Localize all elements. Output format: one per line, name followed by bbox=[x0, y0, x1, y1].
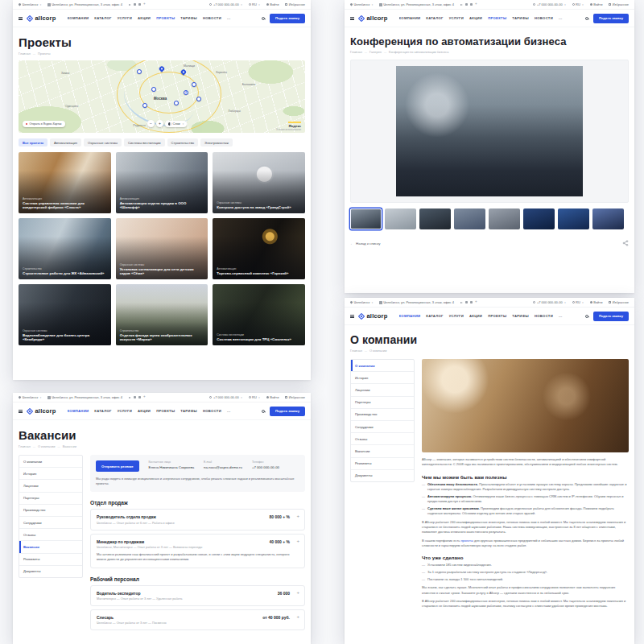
gallery-thumbnail[interactable] bbox=[558, 208, 589, 229]
phone-dropdown[interactable]: +7 000 000-00-00 bbox=[209, 2, 242, 6]
nav-item[interactable]: Компании bbox=[399, 314, 421, 318]
whatsapp-icon[interactable] bbox=[138, 396, 141, 398]
breadcrumb-item[interactable]: Главная bbox=[350, 349, 362, 353]
filter-chip[interactable]: Строительство bbox=[167, 138, 199, 147]
side-menu-item[interactable]: Реквизиты bbox=[351, 458, 414, 470]
phone-dropdown[interactable]: +7 000 000-00-00 bbox=[209, 395, 242, 399]
submit-request-button[interactable]: Подать заявку bbox=[270, 14, 305, 23]
nav-item[interactable]: Проекты bbox=[488, 16, 506, 20]
breadcrumb-item[interactable]: Вакансии bbox=[55, 444, 76, 448]
gallery-thumbnail[interactable] bbox=[385, 208, 416, 229]
side-menu-item[interactable]: Партнеры bbox=[351, 397, 414, 409]
nav-item[interactable]: Новости bbox=[203, 16, 221, 20]
vacancy-row[interactable]: Менеджер по продажам40 000 + %Челябинск,… bbox=[90, 534, 305, 568]
search-icon[interactable] bbox=[585, 315, 588, 318]
nav-item[interactable]: Каталог bbox=[94, 16, 111, 20]
nav-item[interactable]: Новости bbox=[535, 314, 553, 318]
breadcrumb-item[interactable]: Галерея bbox=[362, 50, 382, 54]
side-menu-item[interactable]: Отзывы bbox=[351, 433, 414, 445]
nav-item[interactable]: Каталог bbox=[426, 16, 443, 20]
project-card[interactable]: Охранные системы Контроль доступа на зав… bbox=[213, 152, 305, 213]
nav-item[interactable]: Акции bbox=[469, 16, 482, 20]
more-messengers-icon[interactable]: + bbox=[143, 2, 146, 6]
breadcrumb-item[interactable]: Главная bbox=[19, 52, 31, 56]
favorites-link[interactable]: Избранное bbox=[285, 2, 305, 6]
logo[interactable]: allcorp bbox=[359, 14, 388, 22]
side-menu-item[interactable]: Лицензии bbox=[19, 480, 82, 492]
side-menu-item[interactable]: Производство bbox=[19, 505, 82, 517]
side-menu-item[interactable]: Вакансии bbox=[351, 445, 414, 457]
search-icon[interactable] bbox=[262, 17, 265, 20]
nav-item[interactable]: Акции bbox=[138, 409, 151, 413]
city-selector[interactable]: Челябинск bbox=[350, 2, 373, 6]
viber-icon[interactable] bbox=[465, 301, 468, 303]
phone-value[interactable]: +7 000 000-00-00 bbox=[252, 465, 279, 469]
nav-item[interactable]: Новости bbox=[535, 16, 553, 20]
map-layers-button[interactable]: Слои bbox=[165, 121, 187, 127]
city-selector[interactable]: Челябинск bbox=[19, 395, 41, 399]
side-menu-item[interactable]: История bbox=[351, 372, 414, 384]
gallery-thumbnail[interactable] bbox=[419, 208, 451, 229]
whatsapp-icon[interactable] bbox=[470, 3, 473, 6]
breadcrumb-item[interactable]: О компании bbox=[362, 349, 387, 353]
nav-item[interactable]: Услуги bbox=[449, 16, 464, 20]
nav-item[interactable]: Проекты bbox=[156, 16, 175, 20]
project-card[interactable]: Системы вентиляции Система вентиляции дл… bbox=[213, 284, 305, 345]
favorites-link[interactable]: Избранное bbox=[609, 300, 629, 304]
project-card[interactable]: Охранные системы Видеонаблюдение для биз… bbox=[19, 284, 111, 345]
side-menu-item[interactable]: Документы bbox=[351, 470, 414, 481]
map-project-pin[interactable] bbox=[142, 103, 147, 108]
projects-link[interactable]: проекты bbox=[460, 539, 473, 543]
map-project-pin[interactable]: 2 bbox=[184, 90, 188, 95]
logo[interactable]: allcorp bbox=[27, 407, 56, 415]
nav-item[interactable]: ... bbox=[559, 16, 562, 20]
nav-item[interactable]: Услуги bbox=[449, 314, 464, 318]
submit-request-button[interactable]: Подать заявку bbox=[593, 14, 629, 23]
side-menu-item[interactable]: История bbox=[19, 468, 82, 480]
side-menu-item[interactable]: О компании bbox=[19, 456, 82, 468]
breadcrumb-item[interactable]: Главная bbox=[19, 444, 31, 448]
expand-icon[interactable] bbox=[296, 614, 299, 619]
nav-item[interactable]: ... bbox=[227, 409, 230, 413]
side-menu-item[interactable]: Вакансии bbox=[19, 541, 82, 553]
menu-burger-icon[interactable] bbox=[350, 17, 354, 20]
office-address[interactable]: Челябинск, ул. Революционная, 3 этаж, оф… bbox=[47, 395, 122, 399]
nav-item[interactable]: Тарифы bbox=[512, 314, 529, 318]
nav-item[interactable]: Компании bbox=[399, 16, 421, 20]
logo[interactable]: allcorp bbox=[27, 14, 56, 22]
side-menu-item[interactable]: Сотрудники bbox=[19, 517, 82, 529]
more-messengers-icon[interactable]: + bbox=[475, 300, 477, 304]
viber-icon[interactable] bbox=[134, 3, 136, 6]
gallery-thumbnail[interactable] bbox=[454, 208, 485, 229]
nav-item[interactable]: Акции bbox=[138, 16, 151, 20]
side-menu-item[interactable]: Отзывы bbox=[19, 529, 82, 541]
telegram-icon[interactable] bbox=[129, 397, 131, 398]
side-menu-item[interactable]: Реквизиты bbox=[19, 554, 82, 566]
filter-chip[interactable]: Все проекты bbox=[19, 138, 47, 147]
login-link[interactable]: Войти bbox=[266, 395, 279, 399]
whatsapp-icon[interactable] bbox=[470, 301, 473, 303]
nav-item[interactable]: Компании bbox=[68, 409, 89, 413]
breadcrumb-item[interactable]: Проекты bbox=[31, 52, 51, 56]
gallery-main-photo[interactable] bbox=[396, 66, 583, 196]
city-selector[interactable]: Челябинск bbox=[19, 2, 41, 6]
nav-item[interactable]: Компании bbox=[68, 16, 89, 20]
nav-item[interactable]: Новости bbox=[203, 409, 221, 413]
filter-chip[interactable]: Системы вентиляции bbox=[124, 138, 165, 147]
breadcrumb-item[interactable]: О компании bbox=[31, 444, 56, 448]
menu-burger-icon[interactable] bbox=[19, 410, 23, 413]
vacancy-row[interactable]: Слесарьот 40 000 руб.Челябинск — Опыт ра… bbox=[90, 609, 305, 630]
back-to-list-link[interactable]: Назад к списку bbox=[350, 242, 380, 246]
office-address[interactable]: Челябинск, ул. Революционная, 3 этаж, оф… bbox=[47, 2, 122, 6]
menu-burger-icon[interactable] bbox=[19, 17, 23, 20]
search-icon[interactable] bbox=[585, 17, 588, 20]
office-address[interactable]: Челябинск, ул. Революционная, 3 этаж, оф… bbox=[379, 2, 454, 6]
expand-icon[interactable] bbox=[296, 539, 299, 543]
project-card[interactable]: Строительство Строительные работы для ЖК… bbox=[19, 218, 111, 279]
email-value[interactable]: na-nasu@aspro-demo.ru bbox=[204, 465, 242, 469]
nav-item[interactable]: Тарифы bbox=[180, 16, 197, 20]
language-selector[interactable]: RU bbox=[572, 2, 584, 6]
gallery-thumbnail[interactable] bbox=[489, 208, 520, 229]
send-resume-button[interactable]: Отправить резюме bbox=[96, 460, 139, 472]
menu-burger-icon[interactable] bbox=[350, 315, 354, 318]
